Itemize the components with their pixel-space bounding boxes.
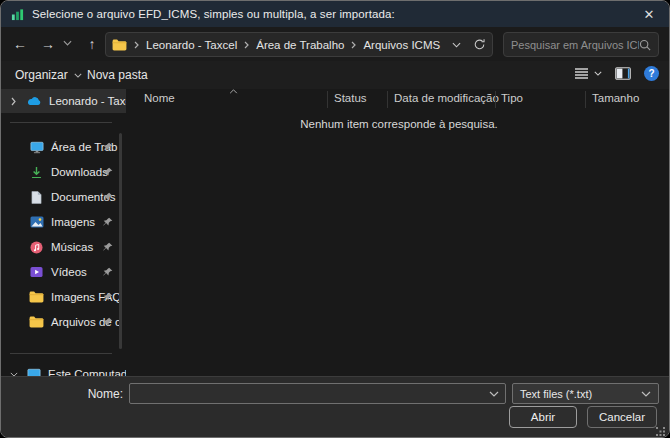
pin-icon[interactable] [103,292,113,302]
folder-icon [29,316,44,328]
sidebar-item-desktop[interactable]: Área de Trab [1,136,126,158]
sidebar-divider [10,122,112,123]
breadcrumb-segment[interactable]: Leonardo - Taxcel [146,39,237,51]
sidebar-item-imagens-faq[interactable]: Imagens FAQ [1,286,126,308]
search-icon[interactable] [639,39,651,51]
pin-icon[interactable] [103,142,113,152]
videos-icon [29,266,44,278]
sidebar-scrollbar[interactable] [119,133,122,349]
navigation-pane: Leonardo - Taxcel Área de Trab Downloads [1,89,127,376]
column-header-status[interactable]: Status [334,92,367,104]
sidebar-item-label: Vídeos [51,266,87,278]
chevron-down-icon [74,73,82,78]
breadcrumb: Leonardo - Taxcel Área de Trabalho Arqui… [134,39,452,51]
desktop-icon [29,141,44,154]
sidebar-item-label: Este Computador [48,368,126,376]
filename-label: Nome: [61,387,123,401]
folder-icon [29,291,44,303]
chevron-right-icon [244,41,249,49]
app-chart-icon [11,8,24,21]
chevron-right-icon[interactable] [11,97,16,106]
view-mode-icon[interactable] [574,67,602,80]
onedrive-cloud-icon [27,96,42,106]
open-file-dialog: Selecione o arquivo EFD_ICMS, simples ou… [0,0,670,438]
column-divider[interactable] [327,91,328,108]
pin-icon[interactable] [103,267,113,277]
sidebar-item-label: Leonardo - Taxcel [49,95,126,107]
breadcrumb-segment[interactable]: Arquivos ICMS [363,39,440,51]
pin-icon[interactable] [103,317,113,327]
pin-icon[interactable] [103,242,113,252]
navigation-bar: ← → ↑ Leonardo - Taxcel Área de Trabalho… [1,27,669,61]
downloads-icon [29,166,44,179]
breadcrumb-segment[interactable]: Área de Trabalho [256,39,344,51]
search-box [503,32,659,57]
sidebar-item-this-pc[interactable]: Este Computador [1,363,126,376]
pin-icon[interactable] [103,167,113,177]
computer-icon [27,368,41,377]
column-divider[interactable] [387,91,388,108]
sidebar-item-label: Músicas [51,241,93,253]
sidebar-item-onedrive[interactable]: Leonardo - Taxcel [1,89,126,113]
cancel-button[interactable]: Cancelar [587,406,657,428]
sort-ascending-icon[interactable] [229,89,238,94]
recent-locations-chevron-icon[interactable] [63,40,72,46]
column-divider[interactable] [495,91,496,108]
sidebar-item-documents[interactable]: Documentos [1,186,126,208]
sidebar-item-arquivos[interactable]: Arquivos de c [1,311,126,333]
pin-icon[interactable] [103,192,113,202]
column-header-name[interactable]: Nome [144,92,175,104]
up-button[interactable]: ↑ [81,34,103,54]
filename-combobox [129,383,506,404]
chevron-down-icon [641,391,651,397]
filetype-select[interactable]: Text files (*.txt) [512,383,659,404]
dialog-footer: Nome: Text files (*.txt) Abrir Cancelar [1,376,669,438]
command-bar: Organizar Nova pasta ? [1,61,669,89]
sidebar-item-videos[interactable]: Vídeos [1,261,126,283]
filename-input[interactable] [130,388,489,400]
music-icon [29,241,44,254]
window-title: Selecione o arquivo EFD_ICMS, simples ou… [32,8,395,20]
empty-results-message: Nenhum item corresponde à pesquisa. [129,118,669,130]
sidebar-divider [10,353,112,354]
pin-icon[interactable] [103,217,113,227]
organize-button[interactable]: Organizar [15,65,82,85]
resize-grip[interactable] [656,427,665,436]
new-folder-button[interactable]: Nova pasta [87,65,148,85]
preview-pane-icon[interactable] [615,67,631,80]
pictures-icon [29,216,44,228]
refresh-icon[interactable] [473,38,486,51]
column-header-date[interactable]: Data de modificação [394,92,499,104]
address-dropdown-chevron-icon[interactable] [452,42,461,48]
chevron-down-icon [594,71,602,76]
search-input[interactable] [511,39,639,51]
column-divider[interactable] [585,91,586,108]
close-icon[interactable]: ✕ [629,1,669,27]
column-header-size[interactable]: Tamanho [592,92,639,104]
help-icon[interactable]: ? [644,66,659,81]
folder-icon [112,39,127,51]
column-header-type[interactable]: Tipo [501,92,523,104]
back-button[interactable]: ← [9,34,31,54]
chevron-right-icon [351,41,356,49]
titlebar: Selecione o arquivo EFD_ICMS, simples ou… [1,1,669,27]
new-folder-label: Nova pasta [87,68,148,82]
forward-button[interactable]: → [37,34,59,54]
address-bar[interactable]: Leonardo - Taxcel Área de Trabalho Arqui… [105,32,493,57]
open-button[interactable]: Abrir [509,406,577,428]
filetype-value: Text files (*.txt) [520,388,592,400]
file-list: Nome Status Data de modificação Tipo Tam… [129,89,669,376]
sidebar-item-music[interactable]: Músicas [1,236,126,258]
main-area: Leonardo - Taxcel Área de Trab Downloads [1,89,669,376]
sidebar-item-label: Imagens [51,216,95,228]
chevron-down-icon[interactable] [489,391,499,397]
document-icon [29,191,44,204]
sidebar-item-downloads[interactable]: Downloads [1,161,126,183]
sidebar-item-pictures[interactable]: Imagens [1,211,126,233]
chevron-right-icon [134,41,139,49]
organize-label: Organizar [15,68,68,82]
sidebar-item-label: Downloads [51,166,108,178]
